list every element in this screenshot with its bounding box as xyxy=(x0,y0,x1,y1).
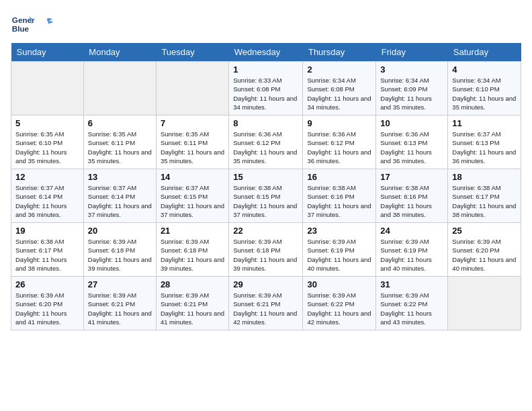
day-info: Sunrise: 6:38 AM Sunset: 6:15 PM Dayligh… xyxy=(233,183,298,219)
day-info: Sunrise: 6:39 AM Sunset: 6:20 PM Dayligh… xyxy=(15,291,79,326)
calendar-table: SundayMondayTuesdayWednesdayThursdayFrid… xyxy=(11,43,521,330)
calendar-cell: 30Sunrise: 6:39 AM Sunset: 6:22 PM Dayli… xyxy=(303,277,376,330)
calendar-cell: 21Sunrise: 6:39 AM Sunset: 6:18 PM Dayli… xyxy=(156,223,228,277)
day-info: Sunrise: 6:34 AM Sunset: 6:09 PM Dayligh… xyxy=(380,76,443,111)
day-number: 8 xyxy=(233,118,298,128)
calendar-cell: 24Sunrise: 6:39 AM Sunset: 6:19 PM Dayli… xyxy=(376,223,448,277)
day-info: Sunrise: 6:39 AM Sunset: 6:18 PM Dayligh… xyxy=(161,237,224,273)
day-number: 17 xyxy=(380,172,443,182)
day-info: Sunrise: 6:39 AM Sunset: 6:19 PM Dayligh… xyxy=(307,237,371,273)
day-info: Sunrise: 6:39 AM Sunset: 6:21 PM Dayligh… xyxy=(161,291,224,326)
calendar-cell: 18Sunrise: 6:38 AM Sunset: 6:17 PM Dayli… xyxy=(448,169,521,223)
day-number: 14 xyxy=(161,172,224,182)
calendar-cell: 13Sunrise: 6:37 AM Sunset: 6:14 PM Dayli… xyxy=(83,169,156,223)
day-number: 4 xyxy=(452,64,517,75)
day-number: 24 xyxy=(380,226,443,236)
calendar-cell: 28Sunrise: 6:39 AM Sunset: 6:21 PM Dayli… xyxy=(156,277,228,330)
day-number: 12 xyxy=(15,172,79,182)
weekday-header-sunday: Sunday xyxy=(11,43,84,62)
day-info: Sunrise: 6:35 AM Sunset: 6:10 PM Dayligh… xyxy=(15,130,79,165)
day-info: Sunrise: 6:38 AM Sunset: 6:17 PM Dayligh… xyxy=(15,237,79,273)
calendar-cell: 19Sunrise: 6:38 AM Sunset: 6:17 PM Dayli… xyxy=(11,223,84,277)
day-number: 16 xyxy=(307,172,371,182)
day-number: 2 xyxy=(307,64,371,75)
day-number: 18 xyxy=(452,172,517,182)
day-info: Sunrise: 6:36 AM Sunset: 6:12 PM Dayligh… xyxy=(307,130,371,165)
day-info: Sunrise: 6:36 AM Sunset: 6:12 PM Dayligh… xyxy=(233,130,298,165)
day-number: 27 xyxy=(88,279,152,289)
calendar-cell: 7Sunrise: 6:35 AM Sunset: 6:11 PM Daylig… xyxy=(156,116,228,169)
calendar-cell: 31Sunrise: 6:39 AM Sunset: 6:22 PM Dayli… xyxy=(376,277,448,330)
calendar-cell xyxy=(156,62,228,116)
calendar-cell xyxy=(448,277,521,330)
day-info: Sunrise: 6:39 AM Sunset: 6:18 PM Dayligh… xyxy=(233,237,298,273)
calendar-cell: 5Sunrise: 6:35 AM Sunset: 6:10 PM Daylig… xyxy=(11,116,84,169)
day-number: 20 xyxy=(88,226,152,236)
day-number: 25 xyxy=(452,226,517,236)
day-number: 1 xyxy=(233,64,298,75)
calendar-cell: 4Sunrise: 6:34 AM Sunset: 6:10 PM Daylig… xyxy=(448,62,521,116)
day-info: Sunrise: 6:38 AM Sunset: 6:17 PM Dayligh… xyxy=(452,183,517,219)
calendar-cell: 9Sunrise: 6:36 AM Sunset: 6:12 PM Daylig… xyxy=(303,116,376,169)
day-number: 23 xyxy=(307,226,371,236)
day-number: 26 xyxy=(15,279,79,289)
calendar-cell: 23Sunrise: 6:39 AM Sunset: 6:19 PM Dayli… xyxy=(303,223,376,277)
day-number: 11 xyxy=(452,118,517,128)
day-info: Sunrise: 6:37 AM Sunset: 6:13 PM Dayligh… xyxy=(452,130,517,165)
weekday-header-friday: Friday xyxy=(376,43,448,62)
day-number: 29 xyxy=(233,279,298,289)
day-number: 9 xyxy=(307,118,371,128)
logo-bird-icon xyxy=(40,16,54,30)
weekday-header-thursday: Thursday xyxy=(303,43,376,62)
day-info: Sunrise: 6:39 AM Sunset: 6:22 PM Dayligh… xyxy=(307,291,371,326)
calendar-cell: 16Sunrise: 6:38 AM Sunset: 6:16 PM Dayli… xyxy=(303,169,376,223)
calendar-cell: 12Sunrise: 6:37 AM Sunset: 6:14 PM Dayli… xyxy=(11,169,84,223)
day-info: Sunrise: 6:34 AM Sunset: 6:10 PM Dayligh… xyxy=(452,76,517,111)
day-info: Sunrise: 6:36 AM Sunset: 6:13 PM Dayligh… xyxy=(380,130,443,165)
calendar-cell: 11Sunrise: 6:37 AM Sunset: 6:13 PM Dayli… xyxy=(448,116,521,169)
logo: General Blue xyxy=(11,11,54,35)
day-number: 21 xyxy=(161,226,224,236)
day-info: Sunrise: 6:33 AM Sunset: 6:08 PM Dayligh… xyxy=(233,76,298,111)
svg-text:Blue: Blue xyxy=(12,24,30,33)
calendar-cell xyxy=(11,62,84,116)
weekday-header-wednesday: Wednesday xyxy=(229,43,303,62)
day-number: 13 xyxy=(88,172,152,182)
calendar-cell: 8Sunrise: 6:36 AM Sunset: 6:12 PM Daylig… xyxy=(229,116,303,169)
calendar-cell xyxy=(83,62,156,116)
day-info: Sunrise: 6:39 AM Sunset: 6:19 PM Dayligh… xyxy=(380,237,443,273)
day-info: Sunrise: 6:37 AM Sunset: 6:14 PM Dayligh… xyxy=(15,183,79,219)
calendar-cell: 3Sunrise: 6:34 AM Sunset: 6:09 PM Daylig… xyxy=(376,62,448,116)
day-number: 22 xyxy=(233,226,298,236)
day-info: Sunrise: 6:35 AM Sunset: 6:11 PM Dayligh… xyxy=(88,130,152,165)
weekday-header-saturday: Saturday xyxy=(448,43,521,62)
day-info: Sunrise: 6:39 AM Sunset: 6:22 PM Dayligh… xyxy=(380,291,443,326)
day-info: Sunrise: 6:35 AM Sunset: 6:11 PM Dayligh… xyxy=(161,130,224,165)
day-number: 19 xyxy=(15,226,79,236)
page-header: General Blue xyxy=(11,11,521,35)
calendar-cell: 15Sunrise: 6:38 AM Sunset: 6:15 PM Dayli… xyxy=(229,169,303,223)
day-number: 15 xyxy=(233,172,298,182)
day-info: Sunrise: 6:38 AM Sunset: 6:16 PM Dayligh… xyxy=(380,183,443,219)
day-info: Sunrise: 6:37 AM Sunset: 6:14 PM Dayligh… xyxy=(88,183,152,219)
calendar-cell: 27Sunrise: 6:39 AM Sunset: 6:21 PM Dayli… xyxy=(83,277,156,330)
day-number: 10 xyxy=(380,118,443,128)
weekday-header-tuesday: Tuesday xyxy=(156,43,228,62)
day-number: 7 xyxy=(161,118,224,128)
calendar-cell: 2Sunrise: 6:34 AM Sunset: 6:08 PM Daylig… xyxy=(303,62,376,116)
day-number: 31 xyxy=(380,279,443,289)
logo-icon: General Blue xyxy=(11,11,35,35)
calendar-cell: 10Sunrise: 6:36 AM Sunset: 6:13 PM Dayli… xyxy=(376,116,448,169)
day-info: Sunrise: 6:39 AM Sunset: 6:21 PM Dayligh… xyxy=(88,291,152,326)
calendar-cell: 6Sunrise: 6:35 AM Sunset: 6:11 PM Daylig… xyxy=(83,116,156,169)
day-info: Sunrise: 6:39 AM Sunset: 6:21 PM Dayligh… xyxy=(233,291,298,326)
day-number: 30 xyxy=(307,279,371,289)
calendar-cell: 25Sunrise: 6:39 AM Sunset: 6:20 PM Dayli… xyxy=(448,223,521,277)
day-info: Sunrise: 6:34 AM Sunset: 6:08 PM Dayligh… xyxy=(307,76,371,111)
day-info: Sunrise: 6:39 AM Sunset: 6:18 PM Dayligh… xyxy=(88,237,152,273)
weekday-header-monday: Monday xyxy=(83,43,156,62)
day-info: Sunrise: 6:38 AM Sunset: 6:16 PM Dayligh… xyxy=(307,183,371,219)
calendar-cell: 20Sunrise: 6:39 AM Sunset: 6:18 PM Dayli… xyxy=(83,223,156,277)
day-info: Sunrise: 6:37 AM Sunset: 6:15 PM Dayligh… xyxy=(161,183,224,219)
calendar-cell: 26Sunrise: 6:39 AM Sunset: 6:20 PM Dayli… xyxy=(11,277,84,330)
